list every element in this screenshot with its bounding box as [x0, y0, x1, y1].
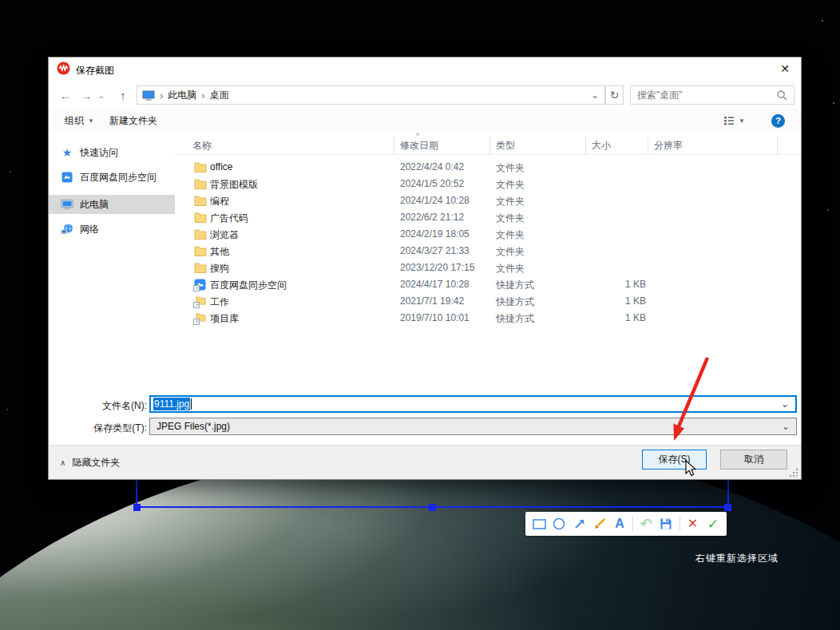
file-date: 2019/7/10 10:01: [400, 312, 470, 323]
folder-shortcut-icon: ↗: [194, 312, 207, 324]
folder-icon: [194, 212, 207, 224]
file-type: 文件夹: [496, 262, 525, 275]
chevron-up-icon: ∧: [60, 458, 65, 467]
refresh-icon[interactable]: ↻: [605, 85, 624, 105]
help-button[interactable]: ?: [771, 109, 785, 132]
breadcrumb-chevron: ›: [155, 89, 168, 101]
brush-tool-icon[interactable]: [592, 516, 607, 532]
save-image-icon[interactable]: [659, 516, 673, 532]
baidu-netdisk-icon: [61, 171, 73, 184]
column-header-name[interactable]: 名称: [192, 139, 212, 153]
selection-handle-bottom-center[interactable]: [429, 504, 436, 511]
cancel-button[interactable]: 取消: [720, 450, 787, 470]
sidebar-item-this-pc[interactable]: 此电脑: [49, 195, 175, 214]
undo-icon[interactable]: ↶: [639, 516, 653, 532]
hide-folders-label: 隐藏文件夹: [72, 456, 120, 470]
arrow-tool-icon[interactable]: [572, 516, 586, 532]
sidebar-item-baidu-netdisk[interactable]: 百度网盘同步空间: [49, 168, 175, 187]
selection-handle-bottom-left[interactable]: [133, 504, 141, 511]
close-icon[interactable]: ✕: [775, 61, 794, 77]
file-type: 文件夹: [496, 195, 525, 208]
folder-shortcut-icon: ↗: [194, 295, 207, 307]
sidebar-item-quick-access[interactable]: ★ 快速访问: [49, 143, 175, 162]
folder-icon: [194, 245, 207, 257]
file-row-ad-code[interactable]: 广告代码 2022/6/2 21:12 文件夹: [175, 209, 801, 226]
file-type: 文件夹: [496, 178, 525, 192]
file-type: 文件夹: [496, 212, 525, 225]
command-bar: 组织 ▼ 新建文件夹 ▼ ?: [49, 109, 801, 133]
back-button[interactable]: ←: [57, 86, 74, 104]
file-name: 项目库: [210, 312, 239, 326]
file-size: 1 KB: [585, 312, 646, 323]
caret-down-icon: ▼: [88, 117, 94, 125]
file-row-sogou[interactable]: 搜狗 2023/12/20 17:15 文件夹: [175, 260, 801, 276]
column-separator[interactable]: [585, 137, 586, 154]
file-list: ^ 名称 修改日期 类型 大小 分辨率 office 2022/4/24 0:4…: [175, 132, 801, 390]
column-separator[interactable]: [489, 137, 490, 154]
file-name: 广告代码: [210, 212, 248, 225]
file-name: 百度网盘同步空间: [210, 279, 287, 292]
column-header-type[interactable]: 类型: [496, 139, 515, 153]
file-name: 工作: [210, 295, 229, 309]
column-header-date[interactable]: 修改日期: [400, 139, 438, 153]
file-row-other[interactable]: 其他 2024/3/27 21:33 文件夹: [175, 243, 801, 260]
computer-icon: [142, 90, 155, 101]
file-date: 2022/4/24 0:42: [400, 161, 464, 172]
file-row-baidu-netdisk-shortcut[interactable]: ↗ 百度网盘同步空间 2024/4/17 10:28 快捷方式 1 KB: [175, 276, 801, 293]
folder-icon: [194, 262, 207, 274]
filename-label: 文件名(N):: [53, 399, 147, 413]
reselect-hint: 右键重新选择区域: [695, 552, 779, 565]
resize-grip[interactable]: [790, 468, 798, 477]
file-type: 文件夹: [496, 245, 525, 259]
file-row-office[interactable]: office 2022/4/24 0:42 文件夹: [175, 159, 801, 176]
file-date: 2024/1/5 20:52: [400, 178, 464, 189]
cancel-capture-icon[interactable]: ✕: [685, 516, 699, 532]
column-separator[interactable]: [777, 137, 778, 154]
search-input[interactable]: [631, 89, 771, 101]
column-header-resolution[interactable]: 分辨率: [654, 139, 683, 153]
folder-icon: [194, 178, 207, 190]
navigation-pane: ★ 快速访问 百度网盘同步空间 此电脑 网络: [49, 132, 175, 390]
column-separator[interactable]: [394, 137, 394, 154]
new-folder-button[interactable]: 新建文件夹: [109, 109, 157, 132]
file-row-work-shortcut[interactable]: ↗ 工作 2021/7/1 19:42 快捷方式 1 KB: [175, 293, 801, 310]
file-type: 快捷方式: [496, 279, 534, 292]
file-name: 编程: [210, 195, 229, 208]
sidebar-item-label: 网络: [80, 223, 99, 236]
breadcrumb-desktop[interactable]: 桌面: [210, 89, 229, 102]
search-icon: [771, 90, 794, 101]
breadcrumb-this-pc[interactable]: 此电脑: [168, 89, 196, 102]
ellipse-tool-icon[interactable]: [552, 516, 566, 532]
recent-locations-dropdown[interactable]: ⌄: [95, 86, 108, 104]
chevron-down-icon[interactable]: ⌄: [781, 398, 789, 410]
baidu-netdisk-shortcut-icon: ↗: [194, 279, 207, 291]
folder-icon: [194, 161, 207, 173]
view-mode-button[interactable]: ▼: [723, 109, 745, 132]
column-header-size[interactable]: 大小: [592, 139, 611, 153]
list-view-icon: [723, 116, 735, 125]
text-tool-icon[interactable]: A: [612, 516, 627, 532]
file-row-browser[interactable]: 浏览器 2024/2/19 18:05 文件夹: [175, 226, 801, 243]
sidebar-item-network[interactable]: 网络: [49, 220, 175, 239]
file-row-project-library-shortcut[interactable]: ↗ 项目库 2019/7/10 10:01 快捷方式 1 KB: [175, 310, 801, 327]
organize-menu[interactable]: 组织 ▼: [65, 109, 94, 132]
hide-folders-button[interactable]: ∧ 隐藏文件夹: [60, 456, 120, 470]
help-icon: ?: [771, 114, 785, 128]
up-button[interactable]: ↑: [114, 86, 132, 104]
organize-label: 组织: [65, 114, 84, 128]
forward-button[interactable]: →: [77, 86, 95, 104]
file-row-programming[interactable]: 编程 2024/1/24 10:28 文件夹: [175, 192, 801, 209]
chevron-down-icon: ⌄: [782, 421, 790, 432]
folder-icon: [194, 228, 207, 240]
address-dropdown-icon[interactable]: ⌄: [585, 89, 604, 101]
selection-handle-bottom-right[interactable]: [724, 504, 731, 511]
rectangle-tool-icon[interactable]: [532, 516, 546, 532]
app-logo-icon: [57, 61, 70, 75]
column-separator[interactable]: [648, 137, 648, 154]
text-caret: [191, 398, 192, 410]
file-name: 背景图模版: [210, 178, 258, 192]
file-row-bg-templates[interactable]: 背景图模版 2024/1/5 20:52 文件夹: [175, 176, 801, 192]
file-name: 浏览器: [210, 228, 239, 242]
this-pc-icon: [61, 198, 73, 211]
confirm-capture-icon[interactable]: ✓: [706, 516, 720, 532]
